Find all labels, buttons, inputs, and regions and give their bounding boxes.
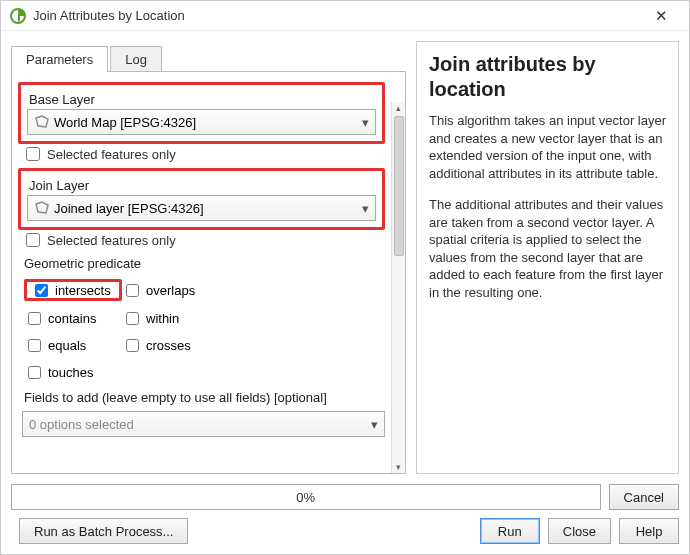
geom-predicate-label: Geometric predicate (24, 256, 385, 271)
dialog-window: Join Attributes by Location ✕ Parameters… (0, 0, 690, 555)
close-button[interactable]: Close (548, 518, 611, 544)
fields-value: 0 options selected (29, 417, 134, 432)
join-selected-only-checkbox[interactable] (26, 233, 40, 247)
base-layer-combo[interactable]: World Map [EPSG:4326] ▾ (27, 109, 376, 135)
base-layer-label: Base Layer (29, 92, 376, 107)
left-pane: Parameters Log Base Layer World Map [EPS… (11, 41, 406, 474)
join-layer-value: Joined layer [EPSG:4326] (54, 201, 204, 216)
predicate-crosses-checkbox[interactable] (126, 339, 139, 352)
join-layer-combo[interactable]: Joined layer [EPSG:4326] ▾ (27, 195, 376, 221)
predicate-crosses-label: crosses (146, 338, 191, 353)
join-selected-only-row[interactable]: Selected features only (22, 230, 385, 250)
help-button[interactable]: Help (619, 518, 679, 544)
predicate-overlaps-label: overlaps (146, 283, 195, 298)
bottom-bar: 0% Cancel Run as Batch Process... Run Cl… (1, 480, 689, 554)
parameters-scrollbar[interactable]: ▴ ▾ (391, 102, 405, 473)
window-title: Join Attributes by Location (33, 8, 641, 23)
tab-parameters[interactable]: Parameters (11, 46, 108, 72)
tab-log[interactable]: Log (110, 46, 162, 72)
predicate-equals-label: equals (48, 338, 86, 353)
fields-combo[interactable]: 0 options selected ▾ (22, 411, 385, 437)
predicate-within-checkbox[interactable] (126, 312, 139, 325)
base-selected-only-checkbox[interactable] (26, 147, 40, 161)
description-p2: The additional attributes and their valu… (429, 196, 666, 301)
predicate-overlaps-checkbox[interactable] (126, 284, 139, 297)
qgis-icon (9, 7, 27, 25)
predicate-touches-row[interactable]: touches (24, 363, 122, 382)
join-layer-highlight: Join Layer Joined layer [EPSG:4326] ▾ (18, 168, 385, 230)
predicate-within-row[interactable]: within (122, 309, 232, 328)
predicate-grid: intersects overlaps contains within equa… (24, 279, 385, 382)
predicate-touches-checkbox[interactable] (28, 366, 41, 379)
predicate-intersects-checkbox[interactable] (35, 284, 48, 297)
join-selected-only-label: Selected features only (47, 233, 176, 248)
close-icon[interactable]: ✕ (641, 7, 681, 25)
close-button-label: Close (563, 524, 596, 539)
run-batch-button[interactable]: Run as Batch Process... (19, 518, 188, 544)
run-button-label: Run (498, 524, 522, 539)
tab-parameters-label: Parameters (26, 52, 93, 67)
fields-label: Fields to add (leave empty to use all fi… (24, 390, 385, 405)
tab-log-label: Log (125, 52, 147, 67)
predicate-intersects-highlight: intersects (24, 279, 122, 301)
progress-row: 0% Cancel (11, 484, 679, 510)
scroll-down-icon[interactable]: ▾ (393, 461, 405, 473)
cancel-button[interactable]: Cancel (609, 484, 679, 510)
predicate-intersects-label: intersects (55, 283, 111, 298)
tab-strip: Parameters Log (11, 41, 406, 71)
run-batch-label: Run as Batch Process... (34, 524, 173, 539)
chevron-down-icon: ▾ (362, 115, 369, 130)
titlebar: Join Attributes by Location ✕ (1, 1, 689, 31)
polygon-layer-icon (34, 115, 50, 129)
join-layer-label: Join Layer (29, 178, 376, 193)
scroll-up-icon[interactable]: ▴ (393, 102, 405, 114)
polygon-layer-icon (34, 201, 50, 215)
cancel-button-label: Cancel (624, 490, 664, 505)
parameters-panel: Base Layer World Map [EPSG:4326] ▾ Selec… (11, 71, 406, 474)
predicate-equals-row[interactable]: equals (24, 336, 122, 355)
chevron-down-icon: ▾ (362, 201, 369, 216)
help-button-label: Help (636, 524, 663, 539)
base-layer-highlight: Base Layer World Map [EPSG:4326] ▾ (18, 82, 385, 144)
predicate-crosses-row[interactable]: crosses (122, 336, 232, 355)
predicate-touches-label: touches (48, 365, 94, 380)
chevron-down-icon: ▾ (371, 417, 378, 432)
description-title: Join attributes by location (429, 52, 666, 102)
scrollbar-thumb[interactable] (394, 116, 404, 256)
progress-text: 0% (296, 490, 315, 505)
base-layer-value: World Map [EPSG:4326] (54, 115, 196, 130)
base-selected-only-label: Selected features only (47, 147, 176, 162)
button-row: Run as Batch Process... Run Close Help (11, 518, 679, 544)
base-selected-only-row[interactable]: Selected features only (22, 144, 385, 164)
predicate-contains-row[interactable]: contains (24, 309, 122, 328)
predicate-contains-checkbox[interactable] (28, 312, 41, 325)
dialog-body: Parameters Log Base Layer World Map [EPS… (1, 31, 689, 480)
progress-bar: 0% (11, 484, 601, 510)
description-p1: This algorithm takes an input vector lay… (429, 112, 666, 182)
run-button[interactable]: Run (480, 518, 540, 544)
predicate-within-label: within (146, 311, 179, 326)
predicate-contains-label: contains (48, 311, 96, 326)
predicate-overlaps-row[interactable]: overlaps (122, 279, 232, 301)
description-panel: Join attributes by location This algorit… (416, 41, 679, 474)
predicate-equals-checkbox[interactable] (28, 339, 41, 352)
